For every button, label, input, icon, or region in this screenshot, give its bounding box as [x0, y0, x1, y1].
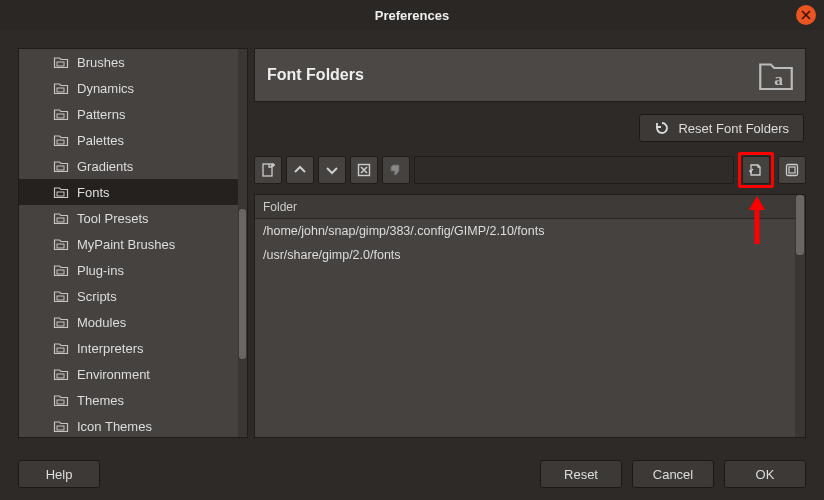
- chevron-up-icon: [292, 162, 308, 178]
- sidebar-item-label: Patterns: [77, 107, 125, 122]
- sidebar-item-interpreters[interactable]: Interpreters: [19, 335, 238, 361]
- cancel-button[interactable]: Cancel: [632, 460, 714, 488]
- sidebar-item-label: Palettes: [77, 133, 124, 148]
- folder-icon: [53, 158, 69, 174]
- folder-icon: [53, 106, 69, 122]
- folder-row[interactable]: /usr/share/gimp/2.0/fonts: [255, 243, 795, 267]
- page-title: Font Folders: [267, 66, 364, 84]
- sidebar-item-brushes[interactable]: Brushes: [19, 49, 238, 75]
- browse-folder-button[interactable]: [742, 156, 770, 184]
- reset-button[interactable]: Reset: [540, 460, 622, 488]
- sidebar-item-palettes[interactable]: Palettes: [19, 127, 238, 153]
- svg-text:a: a: [774, 69, 783, 89]
- main-pane: Font Folders a Reset Font Folders: [254, 48, 806, 438]
- sidebar-item-themes[interactable]: Themes: [19, 387, 238, 413]
- sidebar-item-gradients[interactable]: Gradients: [19, 153, 238, 179]
- writable-toggle-button[interactable]: [382, 156, 410, 184]
- sidebar-item-label: Fonts: [77, 185, 110, 200]
- sidebar: BrushesDynamicsPatternsPalettesGradients…: [18, 48, 248, 438]
- close-icon: [801, 10, 811, 20]
- titlebar: Preferences: [0, 0, 824, 30]
- sidebar-item-label: Icon Themes: [77, 419, 152, 434]
- file-manager-icon: [784, 162, 800, 178]
- window-close-button[interactable]: [796, 5, 816, 25]
- folder-icon: [53, 418, 69, 434]
- folder-path-input[interactable]: [414, 156, 734, 184]
- font-folder-large-icon: a: [755, 54, 797, 96]
- svg-rect-11: [57, 348, 64, 352]
- sidebar-scrollbar[interactable]: [238, 49, 247, 437]
- move-down-button[interactable]: [318, 156, 346, 184]
- svg-rect-14: [57, 426, 64, 430]
- folder-icon: [53, 184, 69, 200]
- sidebar-item-label: Themes: [77, 393, 124, 408]
- help-button[interactable]: Help: [18, 460, 100, 488]
- sidebar-item-icon-themes[interactable]: Icon Themes: [19, 413, 238, 438]
- folder-list-scrollbar-thumb[interactable]: [796, 195, 804, 255]
- sidebar-item-label: Tool Presets: [77, 211, 149, 226]
- svg-rect-16: [263, 164, 272, 176]
- svg-rect-6: [57, 218, 64, 222]
- page-header: Font Folders a: [254, 48, 806, 102]
- thumbs-down-icon: [388, 162, 404, 178]
- folder-icon: [53, 340, 69, 356]
- sidebar-item-modules[interactable]: Modules: [19, 309, 238, 335]
- svg-rect-8: [57, 270, 64, 274]
- svg-rect-12: [57, 374, 64, 378]
- show-in-file-manager-button[interactable]: [778, 156, 806, 184]
- sidebar-item-label: Gradients: [77, 159, 133, 174]
- sidebar-item-label: Plug-ins: [77, 263, 124, 278]
- folder-toolbar: [254, 152, 806, 188]
- folder-icon: [53, 80, 69, 96]
- chevron-down-icon: [324, 162, 340, 178]
- svg-rect-13: [57, 400, 64, 404]
- folder-icon: [53, 132, 69, 148]
- delete-folder-button[interactable]: [350, 156, 378, 184]
- svg-rect-1: [57, 88, 64, 92]
- folder-list-panel: Folder /home/john/snap/gimp/383/.config/…: [254, 194, 806, 438]
- folder-icon: [53, 210, 69, 226]
- sidebar-item-mypaint-brushes[interactable]: MyPaint Brushes: [19, 231, 238, 257]
- folder-list[interactable]: Folder /home/john/snap/gimp/383/.config/…: [255, 195, 795, 437]
- folder-column-header[interactable]: Folder: [255, 195, 795, 219]
- sidebar-item-dynamics[interactable]: Dynamics: [19, 75, 238, 101]
- sidebar-item-label: Dynamics: [77, 81, 134, 96]
- sidebar-item-environment[interactable]: Environment: [19, 361, 238, 387]
- sidebar-item-label: Brushes: [77, 55, 125, 70]
- svg-rect-18: [787, 165, 798, 176]
- sidebar-item-tool-presets[interactable]: Tool Presets: [19, 205, 238, 231]
- ok-button[interactable]: OK: [724, 460, 806, 488]
- sidebar-item-scripts[interactable]: Scripts: [19, 283, 238, 309]
- folder-row[interactable]: /home/john/snap/gimp/383/.config/GIMP/2.…: [255, 219, 795, 243]
- sidebar-item-patterns[interactable]: Patterns: [19, 101, 238, 127]
- svg-rect-10: [57, 322, 64, 326]
- sidebar-item-label: Scripts: [77, 289, 117, 304]
- reset-font-folders-button[interactable]: Reset Font Folders: [639, 114, 804, 142]
- folder-icon: [53, 262, 69, 278]
- sidebar-item-label: MyPaint Brushes: [77, 237, 175, 252]
- reset-icon: [654, 120, 670, 136]
- folder-icon: [53, 236, 69, 252]
- sidebar-item-label: Interpreters: [77, 341, 143, 356]
- svg-rect-0: [57, 62, 64, 66]
- window-title: Preferences: [375, 8, 449, 23]
- sidebar-item-label: Environment: [77, 367, 150, 382]
- svg-rect-9: [57, 296, 64, 300]
- sidebar-item-fonts[interactable]: Fonts: [19, 179, 238, 205]
- folder-icon: [53, 366, 69, 382]
- svg-rect-19: [789, 167, 795, 173]
- move-up-button[interactable]: [286, 156, 314, 184]
- svg-rect-3: [57, 140, 64, 144]
- file-open-icon: [748, 162, 764, 178]
- new-folder-button[interactable]: [254, 156, 282, 184]
- svg-rect-4: [57, 166, 64, 170]
- folder-list-scrollbar[interactable]: [795, 195, 805, 437]
- new-page-icon: [260, 162, 276, 178]
- folder-icon: [53, 54, 69, 70]
- delete-icon: [356, 162, 372, 178]
- folder-icon: [53, 392, 69, 408]
- sidebar-item-plug-ins[interactable]: Plug-ins: [19, 257, 238, 283]
- sidebar-scrollbar-thumb[interactable]: [239, 209, 246, 359]
- svg-rect-2: [57, 114, 64, 118]
- svg-rect-7: [57, 244, 64, 248]
